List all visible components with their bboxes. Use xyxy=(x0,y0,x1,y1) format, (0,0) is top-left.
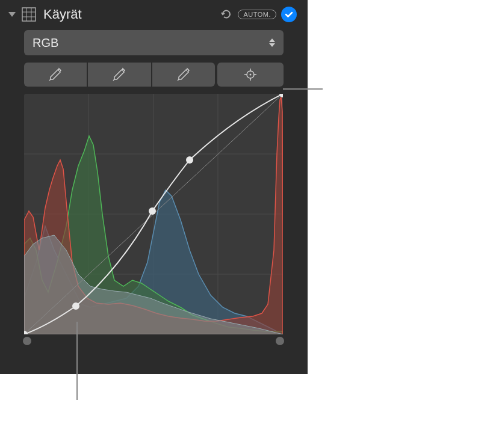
eyedropper-gray-button[interactable] xyxy=(88,63,150,87)
panel-header: Käyrät AUTOM. xyxy=(0,6,308,30)
channel-select[interactable]: RGB xyxy=(24,30,284,55)
add-point-button[interactable] xyxy=(217,63,284,87)
white-point-slider[interactable] xyxy=(276,337,284,345)
svg-point-21 xyxy=(186,156,193,164)
tool-row xyxy=(24,63,284,87)
svg-rect-0 xyxy=(22,8,36,21)
eyedropper-white-button[interactable] xyxy=(152,63,215,87)
callout-line xyxy=(76,322,78,400)
check-icon xyxy=(284,10,294,19)
eyedropper-icon xyxy=(48,67,63,82)
target-icon xyxy=(244,68,257,81)
svg-point-20 xyxy=(149,207,156,215)
reset-button[interactable] xyxy=(220,8,233,21)
svg-point-10 xyxy=(250,74,252,76)
disclosure-triangle[interactable] xyxy=(8,12,16,17)
auto-button[interactable]: AUTOM. xyxy=(238,10,276,19)
svg-point-19 xyxy=(72,302,79,310)
panel-title: Käyrät xyxy=(43,7,215,22)
select-arrows-icon xyxy=(269,38,275,47)
eyedropper-icon xyxy=(112,67,126,82)
eyedropper-group xyxy=(24,63,215,87)
curves-icon xyxy=(20,6,37,23)
enabled-toggle[interactable] xyxy=(281,7,297,22)
callout-line xyxy=(283,88,323,90)
histogram-svg xyxy=(24,94,283,334)
curves-histogram[interactable] xyxy=(24,94,283,334)
eyedropper-icon xyxy=(176,67,191,82)
curves-panel: Käyrät AUTOM. RGB xyxy=(0,0,308,374)
panel-content: RGB xyxy=(0,30,308,334)
channel-select-value: RGB xyxy=(33,36,269,50)
black-point-slider[interactable] xyxy=(23,337,31,345)
eyedropper-black-button[interactable] xyxy=(24,63,87,87)
